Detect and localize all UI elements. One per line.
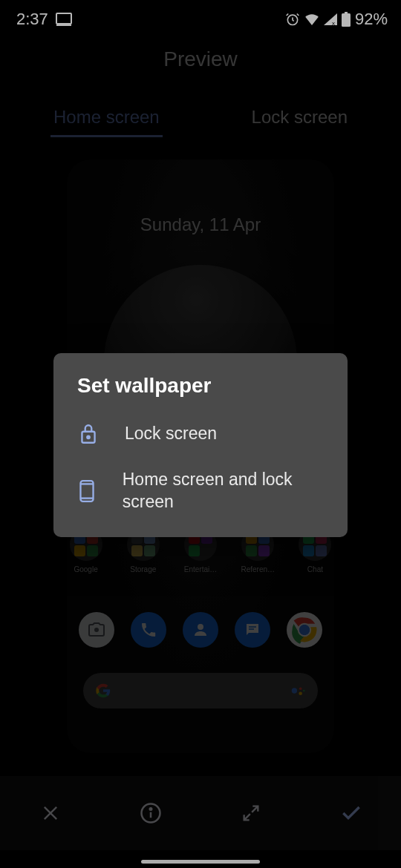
option-lock-screen[interactable]: Lock screen	[53, 411, 348, 457]
set-wallpaper-dialog: Set wallpaper Lock screen Home screen an…	[53, 353, 348, 537]
svg-point-22	[87, 436, 89, 438]
dialog-title: Set wallpaper	[53, 374, 348, 411]
option-home-and-lock[interactable]: Home screen and lock screen	[53, 457, 348, 525]
option-label: Lock screen	[125, 423, 217, 445]
lock-icon	[77, 423, 100, 445]
option-label: Home screen and lock screen	[123, 469, 324, 513]
phone-frame-icon	[77, 479, 97, 503]
